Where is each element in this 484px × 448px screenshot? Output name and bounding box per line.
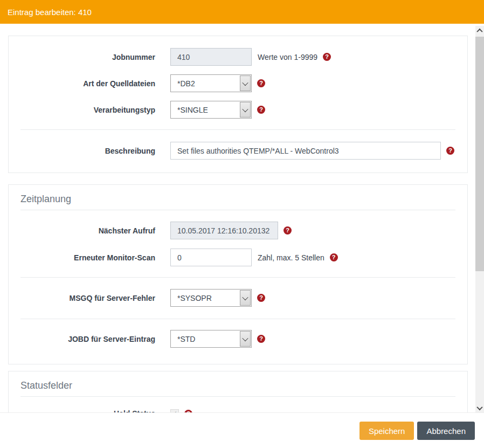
divider: [20, 277, 455, 278]
card-statusfelder: Statusfelder Held Status ✓ ?: [8, 371, 468, 412]
divider: [20, 319, 455, 319]
help-icon[interactable]: ?: [323, 53, 331, 61]
form-scroll-area: Jobnummer Werte von 1-9999 ? Art der Que…: [0, 24, 475, 412]
row-msgq: MSGQ für Server-Fehler *SYSOPR ?: [9, 289, 467, 307]
row-jobd: JOBD für Server-Eintrag *STD ?: [9, 330, 467, 348]
msgq-select[interactable]: *SYSOPR: [170, 289, 252, 307]
jobnummer-label: Jobnummer: [9, 53, 155, 61]
scrollbar-thumb[interactable]: [475, 37, 484, 271]
dialog-titlebar: Eintrag bearbeiten: 410: [0, 0, 484, 24]
divider: [20, 210, 455, 210]
chevron-down-icon: [240, 102, 251, 118]
quelldateien-label: Art der Quelldateien: [9, 79, 155, 88]
beschreibung-label: Beschreibung: [9, 147, 155, 155]
beschreibung-input[interactable]: [170, 142, 441, 160]
verarbeitungstyp-select-value: *SINGLE: [177, 106, 208, 114]
chevron-down-icon: [240, 290, 251, 306]
chevron-down-icon: [240, 331, 251, 347]
row-beschreibung: Beschreibung ?: [9, 142, 467, 160]
quelldateien-select[interactable]: *DB2: [170, 74, 252, 92]
chevron-down-icon: [240, 75, 251, 91]
row-monitor-scan: Erneuter Monitor-Scan Zahl, max. 5 Stell…: [9, 249, 467, 266]
monitor-scan-label: Erneuter Monitor-Scan: [9, 253, 155, 262]
divider: [20, 129, 455, 130]
msgq-label: MSGQ für Server-Fehler: [9, 294, 155, 302]
help-icon[interactable]: ?: [257, 79, 265, 87]
row-verarbeitungstyp: Verarbeitungstyp *SINGLE ?: [9, 101, 467, 119]
monitor-scan-hint: Zahl, max. 5 Stellen: [258, 253, 324, 262]
card-general: Jobnummer Werte von 1-9999 ? Art der Que…: [8, 36, 468, 173]
jobd-select[interactable]: *STD: [170, 330, 252, 348]
dialog-footer: Speichern Abbrechen: [0, 412, 484, 448]
help-icon[interactable]: ?: [257, 294, 265, 302]
dialog-title: Eintrag bearbeiten: 410: [8, 8, 92, 17]
row-naechster-aufruf: Nächster Aufruf ?: [9, 222, 467, 239]
row-jobnummer: Jobnummer Werte von 1-9999 ?: [9, 48, 467, 66]
help-icon[interactable]: ?: [446, 147, 454, 155]
help-icon[interactable]: ?: [330, 253, 338, 261]
scroll-up-icon[interactable]: [475, 26, 484, 35]
scroll-down-icon[interactable]: [475, 403, 484, 412]
row-quelldateien: Art der Quelldateien *DB2 ?: [9, 74, 467, 92]
help-icon[interactable]: ?: [257, 106, 265, 114]
verarbeitungstyp-select[interactable]: *SINGLE: [170, 101, 252, 119]
help-icon[interactable]: ?: [284, 226, 292, 235]
jobnummer-hint: Werte von 1-9999: [258, 53, 317, 61]
naechster-aufruf-input: [170, 222, 278, 239]
msgq-select-value: *SYSOPR: [177, 294, 212, 302]
save-button[interactable]: Speichern: [359, 422, 414, 440]
section-title-statusfelder: Statusfelder: [20, 379, 455, 392]
section-title-zeitplanung: Zeitplanung: [20, 192, 455, 206]
jobnummer-input: [170, 48, 252, 66]
jobd-select-value: *STD: [177, 335, 195, 343]
cancel-button[interactable]: Abbrechen: [417, 422, 475, 440]
scrollbar-track[interactable]: [475, 26, 484, 412]
help-icon[interactable]: ?: [257, 335, 265, 343]
quelldateien-select-value: *DB2: [177, 79, 195, 88]
card-zeitplanung: Zeitplanung Nächster Aufruf ? Erneuter M…: [8, 184, 468, 364]
monitor-scan-input[interactable]: [170, 249, 252, 266]
divider: [20, 396, 455, 397]
jobd-label: JOBD für Server-Eintrag: [9, 335, 155, 343]
verarbeitungstyp-label: Verarbeitungstyp: [9, 106, 155, 114]
naechster-aufruf-label: Nächster Aufruf: [9, 226, 155, 235]
